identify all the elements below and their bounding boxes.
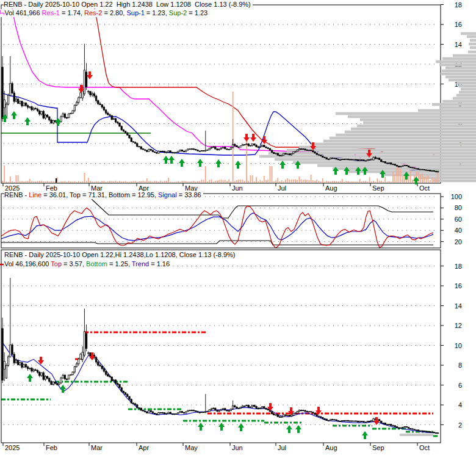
axis-label: 8 [458,362,462,369]
axis-label: Mar [91,444,103,451]
axis-label: 20 [455,238,462,246]
stock-chart-app: 246810121416182025FebMarAprMayJunJulAugS… [0,0,476,455]
axis-label: 14 [455,302,462,310]
buy-arrow [11,111,17,119]
axis-label: 12 [455,322,462,329]
legend-part: Signal [158,191,177,198]
sell-arrow [87,71,93,79]
buy-arrow [218,423,225,431]
axis-label: Jul [278,444,286,451]
signal-arrows-bottom [27,352,380,439]
bottom-threshold-line [1,241,433,245]
axis-label: 80 [455,204,462,211]
axis-label: Sep [372,444,384,451]
axis-label: Jun [232,184,243,192]
legend-part: = 1.25, [107,260,132,268]
legend-part: RENB - [4,191,29,198]
legend-part: Line [29,191,41,198]
axis-label: 18 [455,1,462,9]
legend-part: = 33.86 [177,191,201,198]
buy-arrow [168,156,175,164]
axis-label: 4 [458,401,462,409]
buy-arrow [197,159,203,167]
axis-label: Oct [419,184,430,192]
axis-label: Oct [419,444,430,451]
legend-part: = 1.16 [149,260,170,268]
sell-arrow [373,417,380,425]
axis-label: 60 [455,216,462,223]
buy-arrow [198,423,204,431]
legend-part: = 2.80, [102,9,126,16]
axis-label: Aug [325,184,337,192]
legend-part: Sup-2 [169,9,187,16]
oscillator-panel: 20406080100 [1,193,462,248]
legend-part: Vol 46,196,600 [4,260,51,268]
axis-label: 16 [455,21,462,28]
signal-line [1,213,433,241]
legend-part: = 1.23 [187,9,207,16]
legend-part: Vol 461,966 [4,9,41,16]
buy-arrow [179,159,185,167]
legend-part: = 1.74, [60,9,84,16]
axis-label: 100 [451,193,462,200]
buy-arrow [279,161,286,169]
legend-part: = 36.01, Top = 71.31, Bottom = 12.95, [41,191,158,198]
axis-label: Aug [325,444,337,451]
axis-label: Sep [372,184,384,192]
bottom-panel-title: RENB - Daily 2025-10-10 Open 1.22,Hi 1.2… [4,251,237,259]
bottom-price-panel: 246810121416182025FebMarAprMayJunJulAugS… [0,250,462,451]
legend-part: Bottom [86,260,107,268]
buy-arrow [362,431,368,439]
legend-part: = 3.57, [62,260,86,268]
axis-label: 18 [455,263,462,270]
buy-arrow [27,374,33,382]
legend-part: Sup-1 [126,9,144,16]
buy-arrow [163,156,169,164]
sell-arrow [243,134,250,142]
top-panel-title: RENB - Daily 2025-10-10 Open 1.22 High 1… [4,1,253,9]
top-threshold-line [92,199,433,218]
charts-canvas[interactable]: 246810121416182025FebMarAprMayJunJulAugS… [0,0,476,455]
oscillator-panel-legend: RENB - Line = 36.01, Top = 71.31, Bottom… [4,191,203,199]
legend-part: = 1.23, [145,9,169,16]
axis-label: 6 [458,382,462,389]
buy-arrow [24,117,31,125]
axis-label: Apr [139,444,149,451]
legend-part: Trend [132,260,149,268]
buy-arrow [235,161,241,169]
legend-part: Res-2 [84,9,102,16]
axis-label: 10 [455,342,462,349]
top-panel-legend: ¬Vol 461,966 Res-1 = 1.74, Res-2 = 2.80,… [1,9,209,17]
sell-arrow [250,134,256,142]
axis-label: 16 [455,282,462,289]
bottom-panel-legend: Vol 46,196,600 Top = 3.57, Bottom = 1.25… [4,260,171,268]
axis-label: 14 [455,41,462,48]
buy-arrow [238,423,244,431]
buy-arrow [60,385,66,393]
buy-arrow [295,425,301,433]
legend-part: Res-1 [42,9,60,16]
buy-arrow [286,425,292,433]
axis-label: 2025 [5,444,20,451]
axis-label: 2 [458,421,462,429]
axis-label: Feb [46,444,57,451]
axis-label: Jul [278,184,286,192]
axis-label: Jun [232,444,243,451]
buy-arrow [215,159,222,167]
legend-part: Top [51,260,62,268]
axis-label: 40 [455,227,462,234]
axis-label: May [185,444,198,451]
